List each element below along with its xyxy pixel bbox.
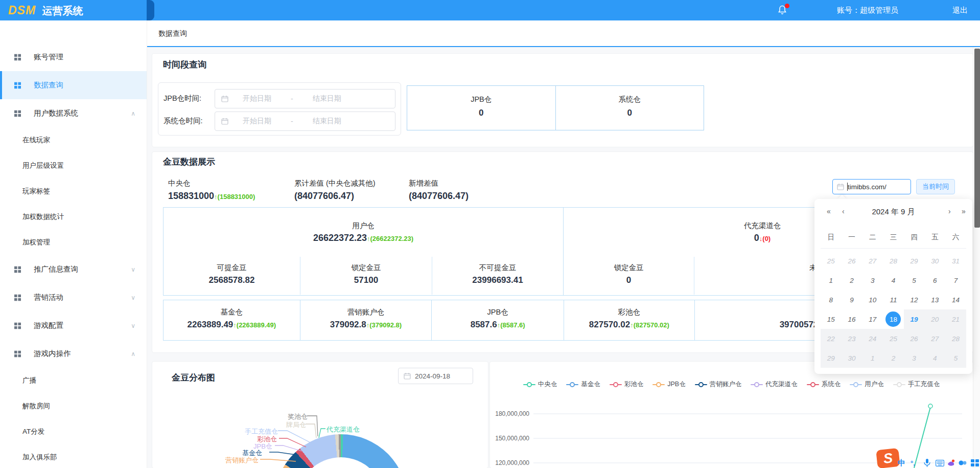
calendar-day[interactable]: 4	[924, 348, 945, 368]
logo-dsm: DSM	[8, 4, 36, 17]
calendar-day[interactable]: 25	[821, 251, 842, 271]
calendar-day[interactable]: 31	[945, 251, 966, 271]
sidebar-item-12[interactable]: 广播	[0, 368, 147, 393]
calendar-week-row: 293012345	[821, 348, 966, 368]
calendar-day[interactable]: 27	[862, 251, 883, 271]
sidebar-item-14[interactable]: AT分发	[0, 419, 147, 444]
sidebar-item-8[interactable]: 推广信息查询∨	[0, 255, 147, 283]
weekday-label: 三	[883, 233, 904, 242]
calendar-day[interactable]: 5	[904, 271, 925, 290]
calendar-day[interactable]: 22	[821, 329, 842, 348]
calendar-day[interactable]: 15	[821, 309, 842, 329]
current-time-button[interactable]: 当前时间	[916, 179, 955, 194]
sidebar-item-0[interactable]: 账号管理	[0, 43, 147, 71]
range-dash: -	[291, 95, 293, 103]
calendar-day[interactable]: 2	[842, 271, 862, 290]
next-month-button[interactable]: ›	[948, 207, 951, 215]
calendar-day[interactable]: 19	[904, 309, 925, 329]
calendar-day[interactable]: 10	[862, 290, 883, 309]
calendar-day[interactable]: 21	[945, 309, 966, 329]
ime-logo[interactable]: S	[876, 448, 900, 468]
calendar-day[interactable]: 30	[842, 348, 862, 368]
notification-dot	[785, 4, 789, 8]
sidebar-item-5[interactable]: 玩家标签	[0, 179, 147, 204]
sidebar-item-9[interactable]: 营销活动∨	[0, 283, 147, 311]
calendar-day[interactable]: 26	[842, 251, 862, 271]
ime-mic-icon[interactable]	[924, 458, 930, 467]
calendar-day[interactable]: 25	[883, 329, 904, 348]
ime-punctuation-icon[interactable]: °,	[911, 458, 915, 467]
calendar-day[interactable]: 7	[945, 271, 966, 290]
sidebar-item-7[interactable]: 加权管理	[0, 230, 147, 255]
calendar-day[interactable]: 29	[904, 251, 925, 271]
calendar-day[interactable]: 27	[924, 329, 945, 348]
ime-toolbox-icon[interactable]	[971, 458, 979, 467]
calendar-day[interactable]: 17	[862, 309, 883, 329]
calendar-day[interactable]: 14	[945, 290, 966, 309]
calendar-day[interactable]: 9	[842, 290, 862, 309]
sidebar-item-6[interactable]: 加权数据统计	[0, 204, 147, 230]
calendar-day[interactable]: 3	[904, 348, 925, 368]
calendar-week-row: 891011121314	[821, 290, 966, 309]
calendar-day[interactable]: 5	[945, 348, 966, 368]
sidebar-item-4[interactable]: 用户层级设置	[0, 153, 147, 179]
end-date-placeholder: 结束日期	[313, 94, 341, 103]
calendar-day[interactable]: 3	[862, 271, 883, 290]
sidebar-item-15[interactable]: 加入俱乐部	[0, 444, 147, 468]
calendar-day[interactable]: 30	[924, 251, 945, 271]
added-diff-stat: 新增差值 (84077606.47)	[409, 179, 469, 202]
calendar-icon	[221, 95, 228, 102]
calendar-day[interactable]: 16	[842, 309, 862, 329]
calendar-day[interactable]: 23	[842, 329, 862, 348]
line-chart[interactable]: 180,000,000 150,000,000 120,000,000	[490, 362, 973, 468]
sidebar-item-label: 加权数据统计	[22, 212, 64, 221]
calendar-day[interactable]: 1	[821, 271, 842, 290]
ime-skin-icon[interactable]	[947, 458, 955, 467]
ime-keyboard-icon[interactable]	[936, 458, 944, 467]
ime-mode-chinese[interactable]: 中	[898, 458, 905, 467]
chevron-down-icon: ∨	[131, 322, 135, 329]
calendar-day[interactable]: 29	[821, 348, 842, 368]
logout-button[interactable]: 退出	[952, 0, 968, 20]
calendar-day[interactable]: 1	[862, 348, 883, 368]
calendar-day[interactable]: 12	[904, 290, 925, 309]
distribution-card: 金豆分布图 2024-09-18 奖池仓牌局仓手工充值仓彩池仓JPB仓基金仓营销…	[152, 361, 488, 468]
jpb-date-range-input[interactable]: 开始日期 - 结束日期	[215, 89, 395, 108]
calendar-day[interactable]: 26	[904, 329, 925, 348]
calendar-day[interactable]: 8	[821, 290, 842, 309]
chevron-down-icon: ∨	[131, 294, 135, 301]
calendar-day[interactable]: 11	[883, 290, 904, 309]
vertical-scrollbar[interactable]	[973, 47, 980, 468]
calendar-day[interactable]: 13	[924, 290, 945, 309]
calendar-divider	[821, 248, 966, 249]
ime-emoji-icon[interactable]	[959, 458, 967, 467]
calendar-week-row: 15161718192021	[821, 309, 966, 329]
locked-cell: 锁定金豆57100	[300, 257, 432, 295]
calendar-day[interactable]: 20	[924, 309, 945, 329]
system-date-range-input[interactable]: 开始日期 - 结束日期	[215, 112, 395, 131]
breadcrumb: 数据查询	[158, 20, 187, 46]
scrollbar-thumb[interactable]	[974, 49, 980, 228]
calendar-day[interactable]: 28	[945, 329, 966, 348]
start-date-placeholder: 开始日期	[243, 94, 271, 103]
calendar-day[interactable]: 28	[883, 251, 904, 271]
sidebar-item-11[interactable]: 游戏内操作∧	[0, 340, 147, 368]
end-date-placeholder: 结束日期	[313, 117, 341, 126]
sidebar-item-10[interactable]: 游戏配置∨	[0, 311, 147, 340]
calendar-day[interactable]: 2	[883, 348, 904, 368]
calendar-day[interactable]: 4	[883, 271, 904, 290]
distribution-date-input[interactable]: 2024-09-18	[398, 368, 473, 384]
sidebar-item-13[interactable]: 解散房间	[0, 393, 147, 419]
calendar-day[interactable]: 6	[924, 271, 945, 290]
next-year-button[interactable]: »	[962, 207, 966, 215]
goto-date-input[interactable]: timibbs.com/	[832, 179, 911, 194]
sidebar-item-1[interactable]: 数据查询	[0, 71, 147, 99]
grid-icon	[14, 266, 21, 273]
sidebar-item-2[interactable]: 用户数据系统∧	[0, 99, 147, 127]
sidebar-item-3[interactable]: 在线玩家	[0, 127, 147, 153]
calendar-day[interactable]: 24	[862, 329, 883, 348]
sidebar-item-label: 用户数据系统	[34, 108, 78, 118]
calendar-week-row: 22232425262728	[821, 329, 966, 348]
calendar-day[interactable]: 18	[883, 309, 904, 329]
notification-bell-icon[interactable]	[777, 5, 788, 16]
